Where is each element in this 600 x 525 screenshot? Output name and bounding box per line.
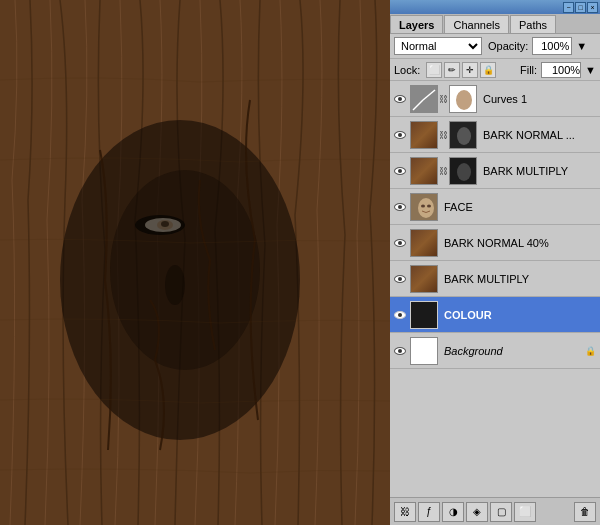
layer-thumbnail-group: ⛓ <box>410 85 477 113</box>
layer-visibility-toggle[interactable] <box>392 307 408 323</box>
layer-visibility-toggle[interactable] <box>392 343 408 359</box>
fill-arrow: ▼ <box>585 64 596 76</box>
layers-panel: Layers Channels Paths Normal Multiply Sc… <box>390 14 600 525</box>
eye-icon <box>394 131 406 139</box>
svg-point-14 <box>457 127 471 145</box>
main-canvas <box>0 0 390 525</box>
lock-all-button[interactable]: 🔒 <box>480 62 496 78</box>
svg-point-6 <box>161 221 169 227</box>
eye-icon <box>394 167 406 175</box>
eye-icon <box>394 311 406 319</box>
opacity-label: Opacity: <box>488 40 528 52</box>
chain-link-icon: ⛓ <box>439 85 448 113</box>
layer-row[interactable]: ⛓ BARK MULTIPLY <box>390 153 600 189</box>
add-style-button[interactable]: ƒ <box>418 502 440 522</box>
layer-visibility-toggle[interactable] <box>392 199 408 215</box>
lock-row: Lock: ⬜ ✏ ✛ 🔒 Fill: ▼ <box>390 59 600 81</box>
layer-lock-icon: 🔒 <box>585 346 596 356</box>
layer-thumb <box>410 193 438 221</box>
layer-row[interactable]: COLOUR <box>390 297 600 333</box>
layer-mask-thumb <box>449 121 477 149</box>
delete-layer-button[interactable]: 🗑 <box>574 502 596 522</box>
new-layer-button[interactable]: ⬜ <box>514 502 536 522</box>
layer-name: COLOUR <box>440 309 598 321</box>
tab-paths[interactable]: Paths <box>510 15 556 33</box>
lock-paint-button[interactable]: ✏ <box>444 62 460 78</box>
blend-mode-row: Normal Multiply Screen Overlay Opacity: … <box>390 34 600 59</box>
layer-row[interactable]: ⛓ BARK NORMAL ... <box>390 117 600 153</box>
add-mask-button[interactable]: ◑ <box>442 502 464 522</box>
svg-point-19 <box>421 204 425 207</box>
layer-thumbnail-group <box>410 265 438 293</box>
svg-point-2 <box>110 170 260 370</box>
layer-thumbnail-group: ⛓ <box>410 121 477 149</box>
chain-link-icon: ⛓ <box>439 157 448 185</box>
lock-icons: ⬜ ✏ ✛ 🔒 <box>426 62 496 78</box>
lock-transparent-button[interactable]: ⬜ <box>426 62 442 78</box>
close-button[interactable]: × <box>587 2 598 13</box>
layer-thumb <box>410 85 438 113</box>
layer-mask-thumb <box>449 85 477 113</box>
layer-visibility-toggle[interactable] <box>392 163 408 179</box>
layer-visibility-toggle[interactable] <box>392 91 408 107</box>
eye-icon <box>394 203 406 211</box>
layer-thumbnail-group: ⛓ <box>410 157 477 185</box>
layer-thumb <box>410 301 438 329</box>
minimize-button[interactable]: − <box>563 2 574 13</box>
maximize-button[interactable]: □ <box>575 2 586 13</box>
layer-visibility-toggle[interactable] <box>392 235 408 251</box>
layer-name: BARK NORMAL 40% <box>440 237 598 249</box>
bottom-toolbar: ⛓ ƒ ◑ ◈ ▢ ⬜ 🗑 <box>390 497 600 525</box>
layer-name: FACE <box>440 201 598 213</box>
layer-row[interactable]: Background 🔒 <box>390 333 600 369</box>
tab-bar: Layers Channels Paths <box>390 14 600 34</box>
eye-icon <box>394 239 406 247</box>
layer-thumb <box>410 121 438 149</box>
layer-name: BARK MULTIPLY <box>479 165 598 177</box>
layer-row[interactable]: FACE <box>390 189 600 225</box>
layer-thumbnail-group <box>410 337 438 365</box>
layer-thumb <box>410 157 438 185</box>
layer-name: BARK NORMAL ... <box>479 129 598 141</box>
opacity-arrow: ▼ <box>576 40 587 52</box>
layer-thumbnail-group <box>410 193 438 221</box>
layer-name: Background <box>440 345 583 357</box>
window-chrome: − □ × <box>390 0 600 14</box>
layer-row[interactable]: BARK MULTIPLY <box>390 261 600 297</box>
layer-name: Curves 1 <box>479 93 598 105</box>
eye-icon <box>394 347 406 355</box>
svg-point-7 <box>165 265 185 305</box>
layer-row[interactable]: ⛓ Curves 1 <box>390 81 600 117</box>
create-group-button[interactable]: ▢ <box>490 502 512 522</box>
blend-mode-select[interactable]: Normal Multiply Screen Overlay <box>394 37 482 55</box>
lock-position-button[interactable]: ✛ <box>462 62 478 78</box>
opacity-input[interactable] <box>532 37 572 55</box>
eye-icon <box>394 95 406 103</box>
svg-point-16 <box>457 163 471 181</box>
layer-visibility-toggle[interactable] <box>392 271 408 287</box>
fill-input[interactable] <box>541 62 581 78</box>
tab-channels[interactable]: Channels <box>444 15 508 33</box>
layer-thumb <box>410 337 438 365</box>
layer-thumb <box>410 229 438 257</box>
svg-point-18 <box>418 198 434 218</box>
layers-list[interactable]: ⛓ Curves 1 ⛓ <box>390 81 600 497</box>
layer-row[interactable]: BARK NORMAL 40% <box>390 225 600 261</box>
layer-mask-thumb <box>449 157 477 185</box>
layer-name: BARK MULTIPLY <box>440 273 598 285</box>
layer-visibility-toggle[interactable] <box>392 127 408 143</box>
fill-label: Fill: <box>520 64 537 76</box>
tab-layers[interactable]: Layers <box>390 15 443 33</box>
layer-thumbnail-group <box>410 229 438 257</box>
layer-thumb <box>410 265 438 293</box>
lock-label: Lock: <box>394 64 420 76</box>
layers-panel-container: − □ × Layers Channels Paths Normal Multi… <box>390 0 600 525</box>
svg-point-12 <box>456 90 472 110</box>
layer-thumbnail-group <box>410 301 438 329</box>
chain-link-icon: ⛓ <box>439 121 448 149</box>
create-adjustment-button[interactable]: ◈ <box>466 502 488 522</box>
eye-icon <box>394 275 406 283</box>
svg-point-20 <box>427 204 431 207</box>
link-layers-button[interactable]: ⛓ <box>394 502 416 522</box>
